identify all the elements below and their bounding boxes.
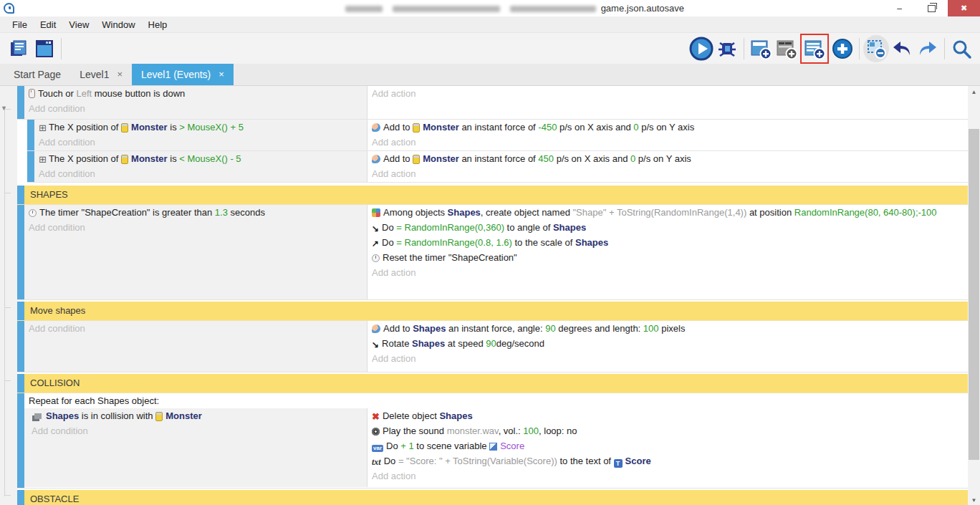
condition-text[interactable]: Shapes is in collision with Monster [24,408,367,423]
tab-level1-events[interactable]: Level1 (Events)× [132,64,234,85]
tab-label: Level1 [80,64,109,85]
add-subevent-button[interactable] [802,35,827,62]
action-text[interactable]: ✖Delete object Shapes [368,408,968,423]
add-condition-button[interactable]: Add condition [24,220,367,235]
action-text[interactable]: ↘Rotate Shapes at speed 90deg/second [368,336,968,351]
event-selection-bar[interactable] [27,120,34,150]
action-text[interactable]: Add to Shapes an instant force, angle: 9… [368,321,968,336]
play-button[interactable] [688,35,714,62]
group-title[interactable]: Move shapes [24,302,968,320]
event-selection-bar[interactable] [17,205,24,299]
event-selection-bar[interactable] [17,393,24,488]
condition-text[interactable]: ⊞The X position of Monster is > MouseX()… [34,120,367,135]
scroll-up-icon[interactable]: ▲ [968,86,980,98]
text-segment: to the scale of [512,237,575,248]
event-selection-bar[interactable] [27,151,34,182]
add-action-button[interactable]: Add action [368,265,971,280]
group-header-shapes[interactable]: SHAPES [17,186,968,205]
debug-button[interactable] [714,35,740,62]
project-manager-button[interactable] [6,35,32,62]
group-header-collision[interactable]: COLLISION [17,374,968,393]
add-action-button[interactable]: Add action [368,135,968,150]
minimize-button[interactable]: – [883,0,916,16]
collapse-arrow-icon[interactable]: ▼ [1,105,7,112]
add-action-button[interactable]: Add action [368,351,968,366]
text-segment: Reset the timer "ShapeCreation" [383,252,517,263]
vertical-scrollbar[interactable]: ▲ ▼ [968,86,980,505]
action-text[interactable]: ↘Do = RandomInRange(0,360) to angle of S… [368,220,971,235]
group-title[interactable]: SHAPES [24,186,968,204]
action-text[interactable]: txtDo = "Score: " + ToString(Variable(Sc… [368,453,968,468]
tab-level1[interactable]: Level1× [70,64,132,85]
scroll-down-icon[interactable]: ▼ [968,494,980,505]
event-selection-bar[interactable] [17,490,24,505]
add-action-button[interactable]: Add action [368,468,968,484]
add-condition-button[interactable]: Add condition [34,166,367,181]
toolbar-separator [61,38,62,59]
event-row[interactable]: Add condition Add to Shapes an instant f… [17,321,968,372]
redo-button[interactable] [915,35,941,62]
add-something-button[interactable] [830,35,855,62]
restore-button[interactable] [916,0,948,16]
event-selection-bar[interactable] [17,86,24,119]
action-text[interactable]: Reset the timer "ShapeCreation" [368,250,971,265]
toolbar-separator [944,38,945,59]
delete-event-button[interactable] [863,35,889,62]
group-header-move[interactable]: Move shapes [17,302,968,321]
action-text[interactable]: ↗Do = RandomInRange(0.8, 1.6) to the sca… [368,235,971,250]
tab-label: Level1 (Events) [141,64,211,85]
tab-start-page[interactable]: Start Page [4,64,70,85]
sub-event-row[interactable]: ⊞The X position of Monster is > MouseX()… [27,120,968,151]
action-text[interactable]: Add to Monster an instant force of 450 p… [368,151,968,166]
text-segment: Among objects [383,207,448,218]
text-segment: Play the sound [383,425,447,436]
event-selection-bar[interactable] [17,186,24,204]
group-title[interactable]: COLLISION [24,374,968,393]
menu-help[interactable]: Help [142,19,174,30]
tab-close-icon[interactable]: × [117,64,123,85]
text-segment: to scene variable [414,441,490,451]
event-row[interactable]: Touch or Left mouse button is down Add c… [17,86,968,120]
event-selection-bar[interactable] [17,302,24,320]
text-segment: Add to [383,153,413,164]
add-comment-button[interactable] [774,35,799,62]
foreach-header-text[interactable]: Repeat for each Shapes object: [24,393,968,408]
text-segment: 100 [523,425,539,436]
group-title[interactable]: OBSTACLE [24,490,968,505]
group-header-obstacle[interactable]: OBSTACLE [17,490,968,505]
event-row[interactable]: The timer "ShapeCreation" is greater tha… [17,205,968,300]
action-text[interactable]: varDo + 1 to scene variable Score [368,438,968,453]
condition-text[interactable]: The timer "ShapeCreation" is greater tha… [24,205,367,220]
add-event-button[interactable] [748,35,774,62]
event-selection-bar[interactable] [17,374,24,393]
add-action-button[interactable]: Add action [368,166,968,181]
position-icon: ⊞ [39,155,47,164]
add-action-button[interactable]: Add action [368,86,968,101]
tab-close-icon[interactable]: × [218,64,224,85]
undo-button[interactable] [889,35,915,62]
action-text[interactable]: Among objects Shapes, create object name… [368,205,971,220]
foreach-event-row[interactable]: Repeat for each Shapes object: Shapes is… [17,393,968,489]
text-segment: 0 [633,122,638,133]
menu-file[interactable]: File [6,19,34,30]
menu-window[interactable]: Window [95,19,141,30]
menu-view[interactable]: View [62,19,95,30]
event-selection-bar[interactable] [17,321,24,372]
add-condition-button[interactable]: Add condition [24,423,367,438]
add-condition-button[interactable]: Add condition [34,135,367,150]
condition-text[interactable]: ⊞The X position of Monster is < MouseX()… [34,151,367,166]
menu-edit[interactable]: Edit [34,19,62,30]
monster-icon [121,123,128,133]
action-text[interactable]: Add to Monster an instant force of -450 … [368,120,968,135]
undo-icon [891,39,913,58]
shapes-icon [34,413,42,419]
scene-editor-button[interactable] [32,35,57,62]
search-button[interactable] [948,35,974,62]
action-text[interactable]: Play the sound monster.wav, vol.: 100, l… [368,423,968,438]
scrollbar-thumb[interactable] [969,129,979,460]
add-condition-button[interactable]: Add condition [24,101,367,116]
sub-event-row[interactable]: ⊞The X position of Monster is < MouseX()… [27,151,968,183]
add-condition-button[interactable]: Add condition [24,321,367,336]
close-button[interactable]: ✖ [948,0,980,16]
condition-text[interactable]: Touch or Left mouse button is down [24,86,367,101]
